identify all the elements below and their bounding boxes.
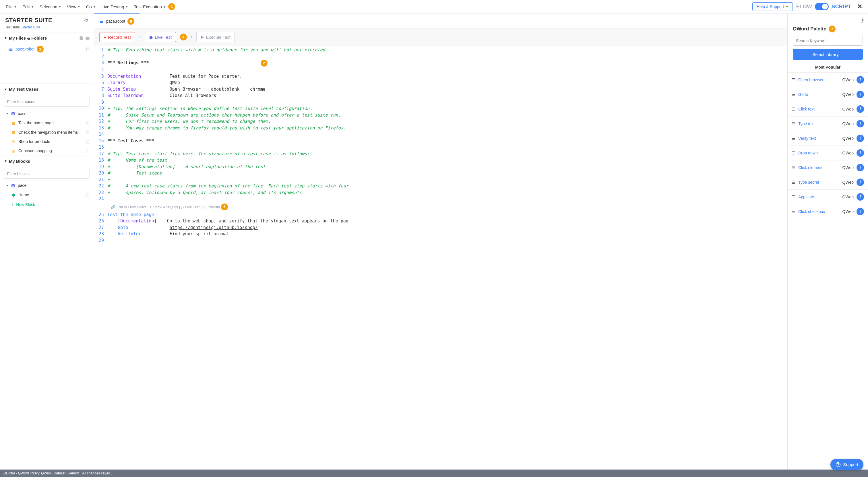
info-icon[interactable]: i bbox=[857, 208, 864, 215]
code-line[interactable]: 25Test the home page bbox=[94, 212, 787, 218]
code-line[interactable]: 9 bbox=[94, 99, 787, 106]
code-line[interactable]: 29 bbox=[94, 237, 787, 244]
info-icon[interactable]: i bbox=[857, 76, 864, 84]
menu-go[interactable]: Go▼ bbox=[84, 3, 98, 11]
suite-link[interactable]: Starter suite bbox=[22, 25, 40, 29]
qword-row[interactable]: ☰AppstateQWebi bbox=[787, 190, 868, 204]
trash-icon[interactable] bbox=[86, 47, 90, 52]
collapse-palette-icon[interactable]: ⟫ bbox=[857, 13, 868, 23]
info-icon[interactable]: i bbox=[857, 193, 864, 201]
qword-name[interactable]: Click text bbox=[798, 107, 840, 112]
code-line[interactable]: 11# Suite Setup and Teardown are actions… bbox=[94, 112, 787, 119]
code-line[interactable]: 13# You may change chrome to firefox sho… bbox=[94, 125, 787, 131]
menu-live-testing[interactable]: Live Testing▼ bbox=[99, 3, 131, 11]
code-editor[interactable]: 1# Tip: Everything that starts with # is… bbox=[94, 45, 787, 470]
code-line[interactable]: 24 bbox=[94, 196, 787, 202]
code-line[interactable]: 10# Tip: The Settings section is where y… bbox=[94, 105, 787, 112]
inline-action-links[interactable]: 🔗 Edit in Flow Editor | Σ Show Analytics… bbox=[94, 202, 787, 212]
code-line[interactable]: 2 bbox=[94, 53, 787, 60]
filter-test-cases-input[interactable] bbox=[4, 97, 90, 106]
code-line[interactable]: 16 bbox=[94, 144, 787, 151]
code-line[interactable]: 3*** Settings *** 2 bbox=[94, 60, 787, 67]
drag-handle-icon[interactable]: ☰ bbox=[792, 77, 795, 82]
trash-icon[interactable] bbox=[86, 193, 90, 197]
trash-icon[interactable] bbox=[86, 139, 90, 144]
info-icon[interactable]: i bbox=[857, 120, 864, 127]
search-keyword-input[interactable] bbox=[793, 36, 863, 45]
qword-row[interactable]: ☰Verify textQWebi bbox=[787, 131, 868, 146]
block-row[interactable]: Home bbox=[0, 190, 94, 199]
code-line[interactable]: 19# [Documentation] A short explanation … bbox=[94, 164, 787, 170]
drag-handle-icon[interactable]: ☰ bbox=[792, 92, 795, 97]
drag-handle-icon[interactable]: ☰ bbox=[792, 195, 795, 199]
code-line[interactable]: 21# bbox=[94, 177, 787, 183]
code-line[interactable]: 17# Tip: Test cases start from here. The… bbox=[94, 151, 787, 157]
info-icon[interactable]: i bbox=[857, 179, 864, 186]
code-line[interactable]: 26 [Documentation] Go to the web shop, a… bbox=[94, 218, 787, 224]
test-case-row[interactable]: Check the navigation menu items bbox=[0, 128, 94, 137]
menu-file[interactable]: File▼ bbox=[3, 3, 19, 11]
drag-handle-icon[interactable]: ☰ bbox=[792, 209, 795, 214]
menu-edit[interactable]: Edit▼ bbox=[20, 3, 36, 11]
qword-name[interactable]: Type text bbox=[798, 121, 840, 126]
code-line[interactable]: 22# A new test case starts from the begi… bbox=[94, 183, 787, 189]
code-line[interactable]: 28 VerifyText Find your spirit animal bbox=[94, 231, 787, 237]
drag-handle-icon[interactable]: ☰ bbox=[792, 180, 795, 185]
new-block-button[interactable]: +New Block bbox=[0, 199, 94, 210]
qword-row[interactable]: ☰Go toQWebi bbox=[787, 87, 868, 102]
close-icon[interactable]: ✕ bbox=[855, 2, 865, 11]
qword-name[interactable]: Appstate bbox=[798, 195, 840, 199]
test-case-row[interactable]: Shop for products bbox=[0, 137, 94, 146]
trash-icon[interactable] bbox=[86, 130, 90, 135]
code-line[interactable]: 23# spaces, followed by a QWord, at leas… bbox=[94, 189, 787, 196]
select-library-button[interactable]: Select Library▼ bbox=[793, 49, 863, 60]
live-test-button[interactable]: Live Test bbox=[145, 32, 176, 42]
code-line[interactable]: 6Library QWeb bbox=[94, 80, 787, 86]
qword-row[interactable]: ☰Open browserQWebi bbox=[787, 73, 868, 87]
tab-pace-robot[interactable]: pace.robot 6 bbox=[94, 13, 140, 28]
menu-selection[interactable]: Selection▼ bbox=[37, 3, 64, 11]
qword-name[interactable]: Type secret bbox=[798, 180, 840, 185]
code-line[interactable]: 1# Tip: Everything that starts with # is… bbox=[94, 47, 787, 53]
pin-icon[interactable] bbox=[84, 18, 89, 23]
help-support-button[interactable]: Help & Support▼ bbox=[752, 2, 793, 11]
code-line[interactable]: 12# For first time users, we don't recom… bbox=[94, 118, 787, 125]
info-icon[interactable]: i bbox=[857, 91, 864, 98]
test-case-row[interactable]: Test the home page bbox=[0, 118, 94, 127]
drag-handle-icon[interactable]: ☰ bbox=[792, 107, 795, 112]
menu-test-execution[interactable]: Test Execution▼ bbox=[131, 3, 168, 11]
file-row-pace-robot[interactable]: pace.robot 1 bbox=[0, 43, 94, 55]
test-case-row[interactable]: Continue shopping bbox=[0, 146, 94, 155]
code-line[interactable]: 14 bbox=[94, 131, 787, 138]
blocks-header[interactable]: ▼ My Blocks bbox=[0, 156, 94, 166]
code-line[interactable]: 18# Name of the test bbox=[94, 157, 787, 164]
menu-view[interactable]: View▼ bbox=[65, 3, 82, 11]
drag-handle-icon[interactable]: ☰ bbox=[792, 151, 795, 155]
info-icon[interactable]: i bbox=[857, 164, 864, 171]
qword-name[interactable]: Go to bbox=[798, 92, 840, 97]
qword-name[interactable]: Open browser bbox=[798, 77, 840, 82]
info-icon[interactable]: i bbox=[857, 135, 864, 142]
new-folder-icon[interactable] bbox=[85, 35, 90, 40]
code-line[interactable]: 15*** Test Cases *** bbox=[94, 138, 787, 145]
new-file-icon[interactable] bbox=[79, 35, 84, 40]
qword-row[interactable]: ☰Type textQWebi bbox=[787, 117, 868, 131]
execute-test-button[interactable]: ▶Execute Test bbox=[196, 32, 235, 42]
qword-name[interactable]: Click checkbox bbox=[798, 209, 840, 214]
qword-name[interactable]: Click element bbox=[798, 165, 840, 170]
test-cases-header[interactable]: ▼ My Test Cases bbox=[0, 84, 94, 94]
code-line[interactable]: 8Suite Teardown Close All Browsers bbox=[94, 92, 787, 99]
qword-name[interactable]: Verify text bbox=[798, 136, 840, 140]
flow-script-toggle[interactable] bbox=[815, 3, 829, 10]
qword-row[interactable]: ☰Click elementQWebi bbox=[787, 160, 868, 175]
qword-name[interactable]: Drop down bbox=[798, 151, 840, 155]
trash-icon[interactable] bbox=[86, 121, 90, 125]
qword-row[interactable]: ☰Type secretQWebi bbox=[787, 175, 868, 190]
filter-blocks-input[interactable] bbox=[4, 169, 90, 179]
info-icon[interactable]: i bbox=[857, 105, 864, 113]
drag-handle-icon[interactable]: ☰ bbox=[792, 136, 795, 140]
code-line[interactable]: 20# Test steps bbox=[94, 170, 787, 177]
test-group-pace[interactable]: ▼ pace bbox=[0, 109, 94, 118]
block-group-pace[interactable]: ▼ pace bbox=[0, 181, 94, 190]
files-folders-header[interactable]: ▼ My Files & Folders bbox=[0, 32, 94, 43]
